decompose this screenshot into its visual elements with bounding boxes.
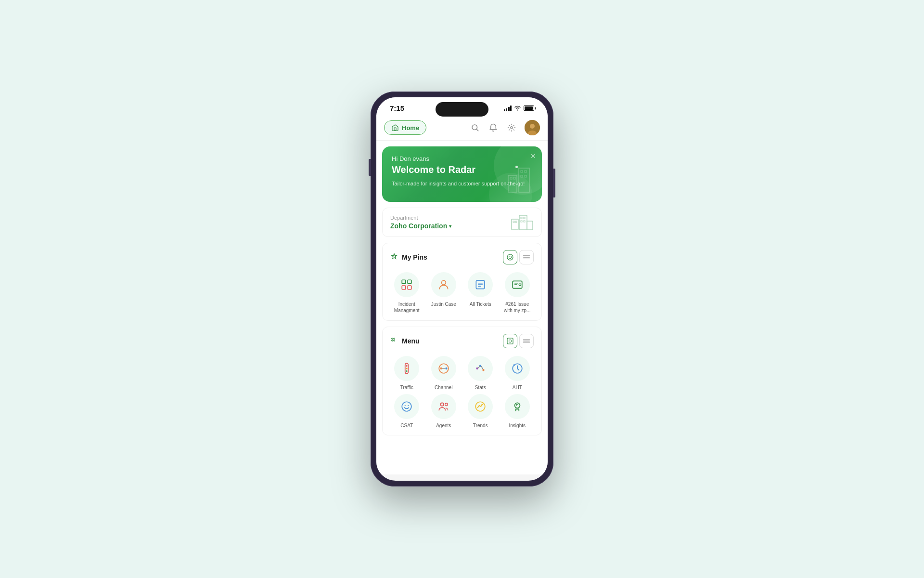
menu-item-stats[interactable]: Stats [464,356,497,390]
pins-edit-button[interactable] [503,250,517,264]
svg-rect-22 [524,221,525,222]
svg-rect-16 [527,221,533,230]
pins-title-group: My Pins [390,253,427,262]
svg-rect-18 [515,221,517,223]
pins-more-button[interactable] [519,250,534,264]
svg-rect-27 [402,286,406,289]
department-label: Department [390,215,451,221]
svg-rect-6 [508,175,517,192]
menu-label-agents: Agents [436,423,451,428]
menu-more-dots-icon [523,339,530,343]
svg-rect-26 [408,280,411,284]
department-chevron: ▾ [449,223,451,229]
svg-point-32 [519,284,521,286]
pins-action [503,250,534,264]
banner-subtitle: Tailor-made for insights and customer su… [392,180,532,187]
pins-section-icon [390,253,398,262]
pin-item-issue[interactable]: #261 Issue with my zp... [501,272,534,314]
svg-point-38 [509,340,511,342]
menu-label-traffic: Traffic [400,385,413,390]
wifi-icon [514,105,521,111]
menu-icon-trends [468,394,493,419]
svg-point-48 [483,369,485,371]
svg-rect-19 [521,217,522,219]
pin-item-incident[interactable]: IncidentManagment [390,272,424,314]
svg-point-24 [509,256,511,258]
banner-building-decoration [499,156,537,195]
menu-grid-row2: CSAT A [390,394,534,428]
svg-point-29 [441,280,446,285]
menu-item-channel[interactable]: Channel [427,356,461,390]
status-icons [504,105,535,111]
phone-body: 7:15 [371,92,553,486]
department-icon [511,211,534,233]
svg-point-45 [445,368,447,369]
pin-item-justin[interactable]: Justin Case [427,272,461,314]
menu-item-agents[interactable]: Agents [427,394,461,428]
menu-icon-stats [468,356,493,381]
svg-point-50 [402,402,412,411]
menu-item-insights[interactable]: Insights [501,394,534,428]
menu-section-icon [390,337,398,346]
battery-icon [524,105,534,111]
svg-rect-7 [519,168,529,192]
search-button[interactable] [470,122,480,133]
menu-icon-agents [431,394,456,419]
user-avatar[interactable] [525,120,540,135]
menu-item-csat[interactable]: CSAT [390,394,424,428]
svg-point-53 [440,403,444,406]
status-bar: 7:15 [376,97,548,115]
menu-item-trends[interactable]: Trends [464,394,497,428]
svg-point-4 [530,124,535,129]
svg-rect-21 [521,221,522,222]
pin-label-justin: Justin Case [431,301,456,307]
svg-point-41 [406,368,408,369]
department-info: Department Zoho Corporation ▾ [390,215,451,230]
pin-label-incident: IncidentManagment [394,301,420,314]
menu-section: Menu [382,327,542,435]
app-content[interactable]: Home [376,115,548,474]
menu-item-traffic[interactable]: Traffic [390,356,424,390]
menu-label-aht: AHT [513,385,522,390]
svg-point-42 [406,370,408,372]
department-section[interactable]: Department Zoho Corporation ▾ [382,208,542,237]
pin-icon-incident [394,272,419,297]
svg-rect-11 [525,171,526,172]
bell-button[interactable] [488,122,499,133]
svg-rect-25 [402,280,406,284]
menu-action [503,334,534,348]
gear-button[interactable] [506,122,517,133]
phone-screen: 7:15 [376,97,548,481]
menu-item-aht[interactable]: AHT [501,356,534,390]
menu-label-stats: Stats [475,385,486,390]
svg-point-44 [440,368,442,369]
department-name: Zoho Corporation ▾ [390,222,451,230]
dynamic-island [436,102,488,117]
home-icon [391,124,399,131]
svg-rect-12 [521,175,523,177]
home-nav-label: Home [402,124,419,131]
svg-rect-17 [513,221,514,223]
svg-rect-13 [525,175,526,177]
svg-point-52 [408,405,409,406]
menu-more-button[interactable] [519,334,534,348]
svg-point-40 [406,365,408,367]
pin-icon-issue [505,272,530,297]
menu-edit-button[interactable] [503,334,517,348]
my-pins-section: My Pins [382,243,542,321]
menu-title-group: Menu [390,337,420,346]
svg-rect-10 [521,171,523,172]
menu-label-csat: CSAT [400,423,413,428]
svg-point-23 [507,254,513,260]
pin-item-tickets[interactable]: All Tickets [464,272,497,314]
menu-icon-aht [505,356,530,381]
menu-header: Menu [390,334,534,348]
menu-icon-channel [431,356,456,381]
phone-mockup: 7:15 [371,92,553,486]
menu-label-channel: Channel [435,385,452,390]
svg-rect-28 [408,286,411,289]
home-nav-button[interactable]: Home [384,120,426,135]
signal-icon [504,105,512,111]
svg-rect-9 [513,177,515,179]
svg-rect-20 [524,217,525,219]
